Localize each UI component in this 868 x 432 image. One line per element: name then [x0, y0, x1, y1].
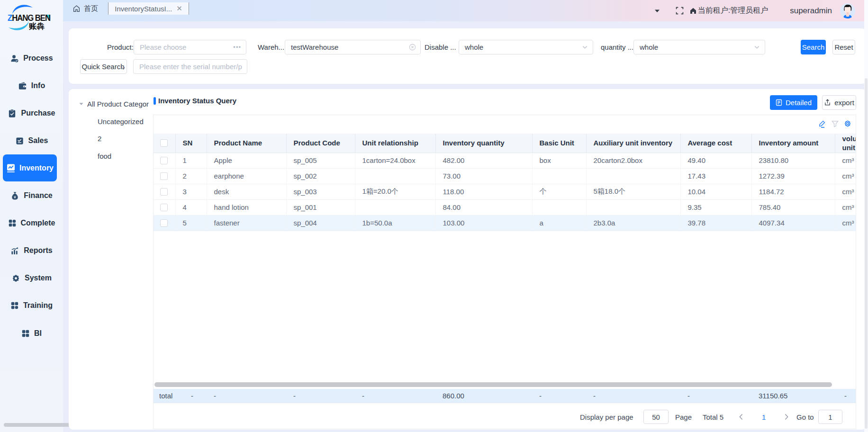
- svg-text:ZHANG BEN: ZHANG BEN: [8, 13, 50, 23]
- svg-text:账犇: 账犇: [28, 22, 45, 30]
